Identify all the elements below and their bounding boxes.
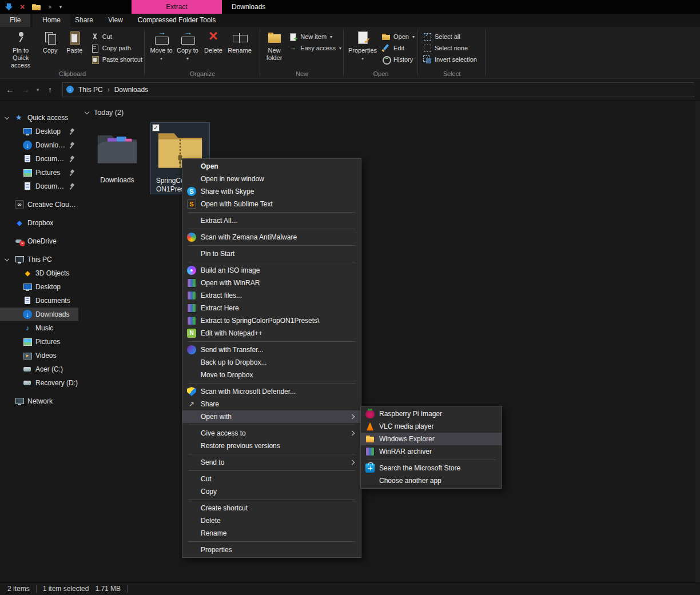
sidebar-item[interactable]: Videos — [0, 349, 78, 362]
sidebar-item[interactable]: Network — [0, 394, 78, 408]
context-menu-item[interactable]: Copy — [182, 485, 361, 498]
move-to-button[interactable]: Move to — [148, 29, 174, 63]
new-folder-button[interactable]: New folder — [264, 29, 285, 63]
submenu-item[interactable]: Windows Explorer — [361, 433, 502, 445]
context-menu-item[interactable]: Restore previous versions — [182, 440, 361, 452]
address-bar[interactable]: ↓ This PC › Downloads — [62, 82, 694, 97]
context-menu-item[interactable]: Open with WinRAR — [182, 277, 361, 289]
pin-icon — [69, 141, 76, 149]
delete-icon[interactable]: × — [20, 0, 25, 14]
copy-path-button[interactable]: Copy path — [90, 43, 142, 53]
sidebar-item[interactable]: Acer (C:) — [0, 362, 78, 376]
select-all-button[interactable]: Select all — [423, 32, 477, 41]
sidebar-item[interactable]: Music — [0, 321, 78, 335]
context-menu-item[interactable]: Open with Sublime Text — [182, 198, 361, 210]
submenu-item[interactable]: Search the Microsoft Store — [361, 462, 502, 474]
file-tile-downloads-folder[interactable]: Downloads — [90, 122, 145, 194]
sidebar-item-label: Documents — [35, 182, 66, 190]
context-menu-item[interactable]: Delete — [182, 514, 361, 527]
breadcrumb-separator-icon[interactable]: › — [108, 86, 110, 94]
context-menu-item[interactable]: Cut — [182, 473, 361, 485]
context-menu-item[interactable]: Edit with Notepad++ — [182, 327, 361, 340]
context-menu-item[interactable]: Share — [182, 398, 361, 410]
edit-button[interactable]: Edit — [381, 43, 415, 53]
sidebar-item-label: Creative Cloud Fi — [27, 201, 78, 209]
drive-icon — [23, 365, 32, 374]
context-menu-item[interactable]: Scan with Microsoft Defender... — [182, 385, 361, 398]
pin-to-quick-access-button[interactable]: Pin to Quick access — [3, 29, 38, 70]
sidebar-item[interactable]: Recovery (D:) — [0, 376, 78, 390]
paste-shortcut-button[interactable]: Paste shortcut — [90, 55, 142, 64]
context-menu-item[interactable]: Open with — [182, 410, 361, 423]
context-menu-item[interactable]: Extract Here — [182, 302, 361, 314]
sidebar-item[interactable]: OneDrive — [0, 234, 78, 248]
sidebar-item[interactable]: Dropbox — [0, 216, 78, 230]
sidebar-item[interactable]: Downloads — [0, 308, 78, 321]
context-menu-item[interactable]: Pin to Start — [182, 247, 361, 260]
sidebar-item[interactable]: Desktop — [0, 125, 78, 138]
back-button[interactable]: ← — [2, 85, 18, 94]
open-button[interactable]: Open — [381, 32, 415, 41]
sidebar-item[interactable]: Pictures — [0, 335, 78, 349]
new-item-button[interactable]: New item — [288, 32, 341, 41]
forward-button[interactable]: → — [18, 85, 33, 94]
close-small-icon[interactable]: × — [48, 0, 51, 14]
submenu-item[interactable]: VLC media player — [361, 420, 502, 433]
select-none-button[interactable]: Select none — [423, 43, 477, 53]
sidebar-item[interactable]: Desktop — [0, 280, 78, 294]
vertical-scrollbar[interactable] — [695, 101, 700, 582]
recent-locations-caret-icon[interactable]: ▾ — [33, 87, 42, 93]
paste-button[interactable]: Paste — [62, 29, 87, 55]
rename-button[interactable]: Rename — [226, 29, 253, 55]
context-menu-item[interactable]: Send to — [182, 456, 361, 469]
new-folder-icon[interactable] — [32, 3, 41, 11]
context-menu-item[interactable]: Give access to — [182, 427, 361, 440]
submenu-item[interactable]: WinRAR archiver — [361, 445, 502, 458]
sidebar-item[interactable]: Quick access — [0, 111, 78, 125]
context-menu-item[interactable]: Properties — [182, 544, 361, 556]
cut-button[interactable]: Cut — [90, 32, 142, 41]
context-menu-item[interactable]: Move to Dropbox — [182, 369, 361, 381]
easy-access-button[interactable]: Easy access — [288, 43, 341, 53]
sidebar-item[interactable]: Downloads — [0, 138, 78, 152]
winrar-icon — [187, 291, 196, 300]
tab-share[interactable]: Share — [65, 14, 103, 27]
sidebar-item[interactable]: Creative Cloud Fi — [0, 198, 78, 211]
context-menu-item[interactable]: Back up to Dropbox... — [182, 356, 361, 369]
context-menu-item[interactable]: Build an ISO image — [182, 264, 361, 277]
context-menu-item[interactable]: Send with Transfer... — [182, 344, 361, 356]
history-button[interactable]: History — [381, 55, 415, 64]
contextual-tab-group-extract[interactable]: Extract — [132, 0, 222, 14]
sidebar-item[interactable]: Documents — [0, 179, 78, 193]
breadcrumb-downloads[interactable]: Downloads — [113, 86, 149, 94]
tab-view[interactable]: View — [98, 14, 133, 27]
sidebar-item[interactable]: Documents — [0, 152, 78, 166]
submenu-item[interactable]: Raspberry Pi Imager — [361, 408, 502, 420]
copy-to-button[interactable]: Copy to — [174, 29, 201, 63]
sidebar-item[interactable]: Pictures — [0, 166, 78, 179]
up-button[interactable]: ↑ — [42, 85, 58, 94]
context-menu-item[interactable]: Extract to SpringColorPopON1Presets\ — [182, 314, 361, 327]
tab-file[interactable]: File — [0, 14, 30, 27]
sidebar-item[interactable]: 3D Objects — [0, 266, 78, 280]
submenu-item[interactable]: Choose another app — [361, 474, 502, 487]
breadcrumb-this-pc[interactable]: This PC — [77, 86, 104, 94]
selection-checkbox[interactable] — [152, 124, 160, 131]
tab-compressed-folder-tools[interactable]: Compressed Folder Tools — [132, 14, 222, 27]
context-menu-item[interactable]: Scan with Zemana AntiMalware — [182, 231, 361, 243]
context-menu-item[interactable]: Open in new window — [182, 173, 361, 185]
context-menu-item[interactable]: Share with Skype — [182, 185, 361, 198]
context-menu-item[interactable]: Open — [182, 160, 361, 173]
delete-button[interactable]: Delete — [201, 29, 226, 55]
context-menu-item[interactable]: Create shortcut — [182, 502, 361, 514]
sidebar-item[interactable]: Documents — [0, 294, 78, 308]
context-menu-item[interactable]: Rename — [182, 527, 361, 540]
group-header-today[interactable]: Today (2) — [85, 109, 124, 117]
sidebar-item[interactable]: This PC — [0, 253, 78, 266]
properties-button[interactable]: Properties — [347, 29, 378, 63]
context-menu-item[interactable]: Extract All... — [182, 214, 361, 227]
invert-selection-button[interactable]: Invert selection — [423, 55, 477, 64]
qat-customize-caret-icon[interactable]: ▾ — [59, 0, 62, 14]
copy-button[interactable]: Copy — [38, 29, 62, 55]
context-menu-item[interactable]: Extract files... — [182, 289, 361, 302]
